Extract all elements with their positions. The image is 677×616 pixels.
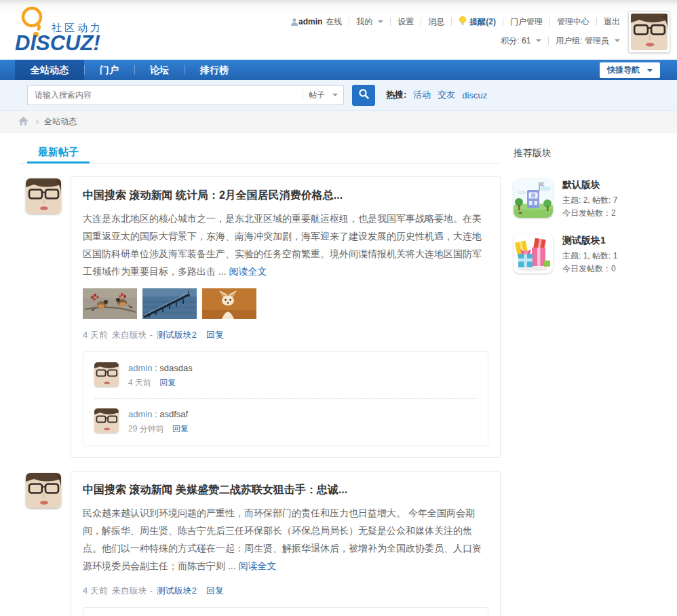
notice-bulb-icon (459, 16, 467, 28)
nav-tab-feed[interactable]: 全站动态 (15, 60, 84, 80)
post-replies-box: admin : asfsdfsadf 4 天前 回复 (83, 607, 488, 616)
post-thumbnail-fennec-fox[interactable] (202, 288, 256, 319)
usergroup-dropdown[interactable]: 用户组: 管理员 (556, 35, 620, 47)
board-stats: 主题: 1, 帖数: 1 (562, 250, 617, 261)
reply-action-link[interactable]: 回复 (172, 424, 189, 434)
post-thumbnail-birds[interactable] (83, 288, 137, 319)
nav-tab-portal[interactable]: 门户 (84, 60, 134, 80)
post-replies-box: admin : sdasdas 4 天前 回复 (83, 351, 488, 446)
hot-search: 热搜: 活动 交友 discuz (386, 89, 487, 101)
divider (503, 18, 503, 26)
board-name-link[interactable]: 测试版块1 (562, 235, 617, 247)
divider (421, 18, 421, 26)
board-name-link[interactable]: 默认版块 (562, 179, 617, 191)
read-more-link[interactable]: 阅读全文 (238, 560, 276, 571)
divider (548, 37, 549, 45)
board-stats: 主题: 2, 帖数: 7 (562, 195, 617, 206)
credits-dropdown[interactable]: 积分: 61 (501, 35, 541, 47)
admin-avatar-image (26, 178, 61, 214)
username-link[interactable]: admin (298, 17, 322, 26)
caret-down-icon (647, 69, 653, 72)
post-time: 4 天前 (83, 329, 108, 341)
nav-tab-forum[interactable]: 论坛 (134, 60, 185, 80)
tab-latest-posts[interactable]: 最新帖子 (27, 142, 90, 163)
post-thumbnail-bridge[interactable] (142, 288, 197, 319)
school-building-icon[interactable] (514, 178, 553, 218)
hot-search-link[interactable]: 交友 (438, 89, 455, 101)
feed-tabbar: 最新帖子 (19, 142, 501, 163)
hot-search-label: 热搜: (386, 89, 406, 101)
divider (596, 18, 597, 26)
messages-link[interactable]: 消息 (428, 16, 444, 28)
reply-item: admin : sdasdas 4 天前 回复 (94, 362, 477, 399)
reply-text-block: admin : asdfsaf 29 分钟前 回复 (128, 408, 189, 435)
post-excerpt: 民众越来越认识到环境问题的严重性，而环保部门的责任和压力也日益增大。 今年全国两… (83, 504, 488, 575)
post-from-label: 来自版块 - (112, 585, 153, 597)
post-reply-link[interactable]: 回复 (206, 585, 224, 597)
caret-down-icon (536, 39, 541, 42)
logo-brand-text: DISCUZ! (15, 31, 100, 56)
hot-search-link[interactable]: 活动 (413, 89, 431, 101)
post-body-box: 中国搜索 滚动新闻 统计局：2月全国居民消费价格总... 大连是东北地区的核心城… (71, 176, 501, 458)
chevron-right-icon (34, 119, 39, 124)
post-author-avatar[interactable] (26, 178, 61, 214)
reply-item: admin : asdfsaf 29 分钟前 回复 (94, 408, 477, 435)
post-title-link[interactable]: 中国搜索 滚动新闻 美媒盛赞二战苏联女狙击手：忠诚... (83, 483, 488, 497)
reply-username-link[interactable]: admin (128, 363, 152, 373)
discuz-logo[interactable]: 社区动力 DISCUZ! (14, 3, 142, 57)
settings-link[interactable]: 设置 (398, 16, 414, 28)
home-icon[interactable] (18, 117, 28, 128)
hot-search-link[interactable]: discuz (462, 90, 487, 100)
caret-down-icon (378, 20, 383, 23)
recommended-board-item: 测试版块1 主题: 1, 帖数: 1 今日发帖数：0 (514, 234, 658, 274)
divider (390, 18, 391, 26)
reply-username-link[interactable]: admin (128, 409, 152, 419)
post-body-box: 中国搜索 滚动新闻 美媒盛赞二战苏联女狙击手：忠诚... 民众越来越认识到环境问… (71, 471, 501, 616)
board-info: 默认版块 主题: 2, 帖数: 7 今日发帖数：2 (562, 178, 617, 218)
admin-center-link[interactable]: 管理中心 (557, 16, 589, 28)
reply-separator: : (152, 363, 159, 373)
reply-separator: : (152, 409, 159, 419)
search-input[interactable] (28, 87, 303, 104)
post-board-link[interactable]: 测试版块2 (157, 329, 197, 341)
recommended-board-item: 默认版块 主题: 2, 帖数: 7 今日发帖数：2 (514, 178, 658, 218)
reply-time: 4 天前 (128, 378, 151, 387)
logout-link[interactable]: 退出 (604, 16, 620, 28)
feed-column: 最新帖子 中国搜索 滚动新闻 (19, 142, 501, 616)
board-today-posts: 今日发帖数：0 (562, 263, 617, 274)
read-more-link[interactable]: 阅读全文 (229, 266, 267, 277)
sidebar-title: 推荐版块 (514, 142, 658, 163)
breadcrumb-current: 全站动态 (44, 116, 77, 128)
notice-link[interactable]: 提醒(2) (459, 16, 496, 28)
post-author-avatar[interactable] (26, 473, 61, 508)
caret-down-icon (332, 94, 338, 96)
board-today-posts: 今日发帖数：2 (562, 208, 617, 218)
post-from-label: 来自版块 - (112, 329, 153, 341)
discuz-forum-page: 社区动力 DISCUZ! admin 在线 我的 设置 消息 (0, 0, 677, 616)
reply-avatar[interactable] (94, 362, 119, 387)
user-menu-row: admin 在线 我的 设置 消息 提醒(2) 门户管理 管理中心 (290, 16, 620, 27)
search-bar-row: 帖子 热搜: 活动 交友 discuz (0, 80, 677, 111)
user-avatar[interactable] (628, 11, 670, 53)
post-title-link[interactable]: 中国搜索 滚动新闻 统计局：2月全国居民消费价格总... (83, 189, 488, 203)
post-item: 中国搜索 滚动新闻 统计局：2月全国居民消费价格总... 大连是东北地区的核心城… (19, 176, 501, 458)
gift-boxes-icon[interactable] (514, 234, 553, 273)
portal-admin-link[interactable]: 门户管理 (510, 16, 543, 28)
admin-avatar-image (26, 473, 61, 508)
post-reply-link[interactable]: 回复 (206, 329, 224, 341)
post-excerpt: 大连是东北地区的核心城市之一，是东北亚区域的重要航运枢纽，也是我国军事战略要地。… (83, 210, 488, 280)
nav-tab-ranking[interactable]: 排行榜 (185, 60, 244, 80)
quick-nav-button[interactable]: 快捷导航 (600, 62, 660, 78)
my-menu[interactable]: 我的 (356, 16, 383, 28)
admin-avatar-image (94, 408, 119, 433)
board-info: 测试版块1 主题: 1, 帖数: 1 今日发帖数：0 (562, 234, 617, 274)
search-button[interactable] (352, 85, 375, 106)
post-item: 中国搜索 滚动新闻 美媒盛赞二战苏联女狙击手：忠诚... 民众越来越认识到环境问… (19, 471, 501, 616)
reply-avatar[interactable] (94, 408, 119, 433)
search-type-dropdown[interactable]: 帖子 (303, 90, 343, 101)
user-stats-row: 积分: 61 用户组: 管理员 (290, 35, 620, 46)
main-navbar: 全站动态 门户 论坛 排行榜 快捷导航 (0, 60, 677, 80)
post-board-link[interactable]: 测试版块2 (157, 585, 197, 597)
reply-time: 29 分钟前 (128, 424, 164, 434)
reply-action-link[interactable]: 回复 (159, 378, 176, 387)
